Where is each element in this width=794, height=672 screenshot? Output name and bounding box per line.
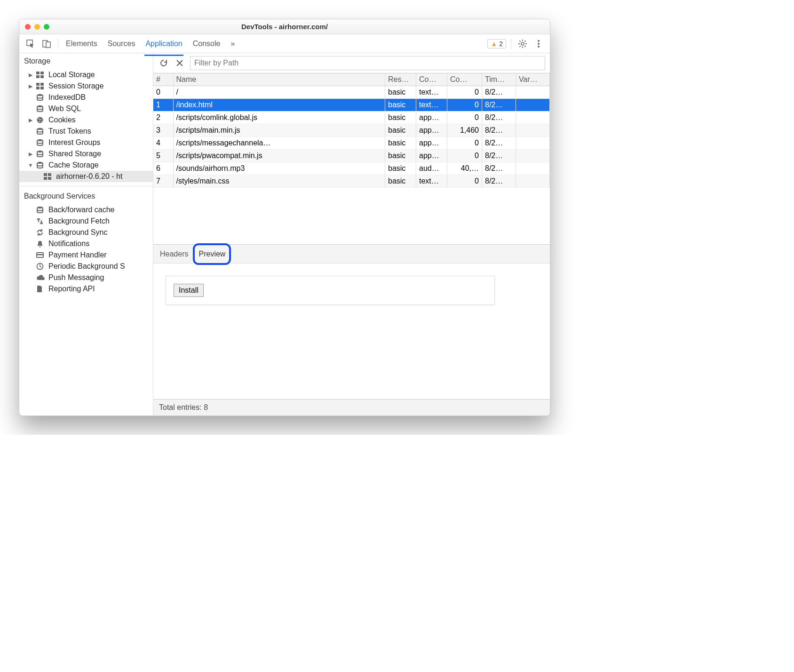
- device-toolbar-icon[interactable]: [40, 37, 53, 50]
- column-header[interactable]: Co…: [416, 73, 447, 86]
- tab-sources[interactable]: Sources: [108, 36, 135, 52]
- cloud-icon: [36, 274, 46, 281]
- sidebar-item-cache-storage[interactable]: ▼Cache Storage: [19, 160, 153, 171]
- sidebar-item-reporting-api[interactable]: Reporting API: [19, 283, 153, 295]
- table-row[interactable]: 1/index.htmlbasictext…08/2…: [153, 99, 550, 112]
- settings-icon[interactable]: [516, 37, 529, 50]
- sidebar-item-label: Payment Handler: [48, 251, 107, 259]
- minimize-window-button[interactable]: [34, 24, 40, 30]
- sidebar-item-indexeddb[interactable]: IndexedDB: [19, 92, 153, 103]
- svg-point-3: [521, 42, 524, 45]
- sidebar-item-web-sql[interactable]: Web SQL: [19, 103, 153, 114]
- svg-rect-13: [36, 87, 40, 89]
- close-window-button[interactable]: [25, 24, 31, 30]
- cell-res: basic: [385, 137, 416, 150]
- column-header[interactable]: #: [153, 73, 173, 86]
- cell-len: 0: [447, 137, 482, 150]
- fetch-icon: [36, 217, 46, 225]
- table-row[interactable]: 2/scripts/comlink.global.jsbasicapp…08/2…: [153, 112, 550, 124]
- table-row[interactable]: 5/scripts/pwacompat.min.jsbasicapp…08/2…: [153, 150, 550, 162]
- table-row[interactable]: 7/styles/main.cssbasictext…08/2…: [153, 175, 550, 188]
- cell-tim: 8/2…: [482, 86, 516, 99]
- column-header[interactable]: Co…: [447, 73, 482, 86]
- cell-len: 0: [447, 86, 482, 99]
- chevron-right-icon[interactable]: ▶: [28, 83, 33, 89]
- cell-i: 7: [153, 175, 173, 188]
- overflow-tabs-button[interactable]: »: [230, 36, 235, 52]
- sidebar-item-payment-handler[interactable]: Payment Handler: [19, 249, 153, 261]
- tab-headers[interactable]: Headers: [160, 250, 188, 258]
- sidebar-item-periodic-background-s[interactable]: Periodic Background S: [19, 261, 153, 272]
- grid-icon: [36, 83, 46, 89]
- sidebar-item-shared-storage[interactable]: ▶Shared Storage: [19, 148, 153, 160]
- cell-con: app…: [416, 150, 447, 162]
- column-header[interactable]: Res…: [385, 73, 416, 86]
- chevron-right-icon[interactable]: ▶: [28, 117, 33, 123]
- cell-tim: 8/2…: [482, 112, 516, 124]
- cell-i: 2: [153, 112, 173, 124]
- chevron-right-icon[interactable]: ▶: [28, 72, 33, 78]
- cell-name: /scripts/messagechannela…: [173, 137, 385, 150]
- svg-rect-8: [40, 72, 44, 74]
- svg-point-4: [538, 40, 540, 42]
- svg-rect-2: [46, 42, 50, 48]
- more-menu-icon[interactable]: [532, 37, 545, 50]
- cell-var: [516, 162, 550, 175]
- sidebar-item-push-messaging[interactable]: Push Messaging: [19, 272, 153, 283]
- table-row[interactable]: 6/sounds/airhorn.mp3basicaud…40,…8/2…: [153, 162, 550, 175]
- cell-i: 6: [153, 162, 173, 175]
- sidebar-item-label: Background Fetch: [48, 217, 110, 225]
- table-row[interactable]: 0/basictext…08/2…: [153, 86, 550, 99]
- sidebar-item-background-fetch[interactable]: Background Fetch: [19, 216, 153, 227]
- sidebar-item-background-sync[interactable]: Background Sync: [19, 227, 153, 238]
- cell-var: [516, 86, 550, 99]
- zoom-window-button[interactable]: [44, 24, 49, 30]
- sidebar-item-back-forward-cache[interactable]: Back/forward cache: [19, 204, 153, 216]
- column-header[interactable]: Tim…: [482, 73, 516, 86]
- delete-icon[interactable]: [174, 57, 185, 69]
- sidebar-item-cache-entry[interactable]: airhorner-0.6.20 - ht: [19, 171, 153, 182]
- sidebar-item-cookies[interactable]: ▶Cookies: [19, 114, 153, 126]
- clock-icon: [36, 263, 46, 270]
- cell-var: [516, 124, 550, 137]
- cache-entries-table: #NameRes…Co…Co…Tim…Var… 0/basictext…08/2…: [153, 73, 550, 188]
- svg-rect-7: [36, 72, 40, 74]
- sync-icon: [36, 229, 46, 236]
- sidebar-item-session-storage[interactable]: ▶Session Storage: [19, 80, 153, 92]
- chevron-right-icon[interactable]: ▶: [28, 151, 33, 157]
- cell-res: basic: [385, 99, 416, 112]
- install-button[interactable]: Install: [174, 284, 204, 297]
- db-icon: [36, 128, 46, 135]
- refresh-icon[interactable]: [158, 57, 169, 69]
- table-row[interactable]: 3/scripts/main.min.jsbasicapp…1,4608/2…: [153, 124, 550, 137]
- sidebar-item-notifications[interactable]: Notifications: [19, 238, 153, 249]
- sidebar-item-local-storage[interactable]: ▶Local Storage: [19, 69, 153, 80]
- filter-input[interactable]: [190, 56, 545, 70]
- svg-rect-28: [44, 177, 47, 180]
- svg-rect-11: [36, 83, 40, 86]
- svg-rect-14: [40, 87, 44, 89]
- svg-point-19: [40, 119, 41, 120]
- cell-i: 0: [153, 86, 173, 99]
- warnings-badge[interactable]: ▲ 2: [487, 39, 506, 48]
- titlebar: DevTools - airhorner.com/: [19, 19, 550, 34]
- tab-preview[interactable]: Preview: [198, 250, 225, 258]
- cell-res: basic: [385, 150, 416, 162]
- sidebar-item-interest-groups[interactable]: Interest Groups: [19, 137, 153, 148]
- cell-i: 1: [153, 99, 173, 112]
- inspect-element-icon[interactable]: [24, 37, 37, 50]
- sidebar-item-label: Back/forward cache: [48, 206, 115, 214]
- column-header[interactable]: Name: [173, 73, 385, 86]
- cell-var: [516, 99, 550, 112]
- sidebar-item-label: Reporting API: [48, 285, 95, 293]
- sidebar-item-trust-tokens[interactable]: Trust Tokens: [19, 126, 153, 137]
- tab-application[interactable]: Application: [145, 36, 182, 52]
- column-header[interactable]: Var…: [516, 73, 550, 86]
- table-row[interactable]: 4/scripts/messagechannela…basicapp…08/2…: [153, 137, 550, 150]
- svg-point-21: [41, 121, 42, 122]
- tab-console[interactable]: Console: [193, 36, 221, 52]
- tab-elements[interactable]: Elements: [66, 36, 97, 52]
- cell-name: /index.html: [173, 99, 385, 112]
- chevron-down-icon[interactable]: ▼: [28, 162, 33, 168]
- cell-var: [516, 150, 550, 162]
